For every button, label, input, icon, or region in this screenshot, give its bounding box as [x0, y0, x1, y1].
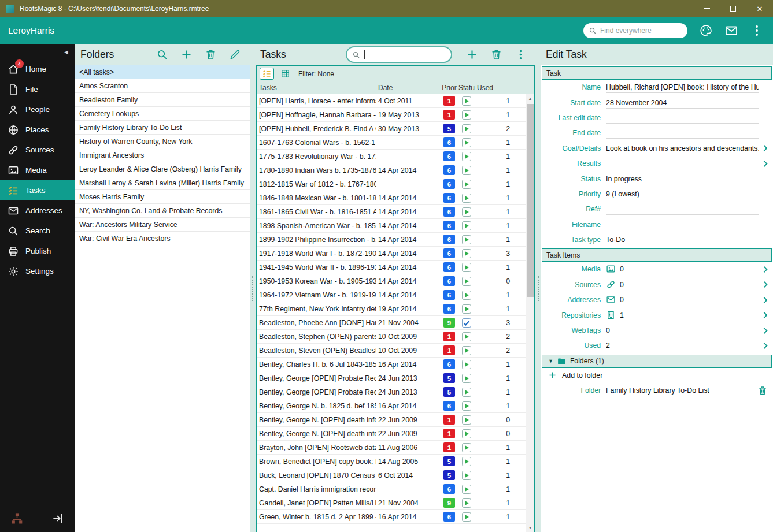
- status-play-icon[interactable]: [458, 485, 475, 494]
- column-header-tasks[interactable]: Tasks: [257, 84, 376, 92]
- list-item[interactable]: Cemetery Lookups: [75, 107, 250, 121]
- task-item-row[interactable]: Used2: [542, 338, 772, 353]
- remove-folder-icon[interactable]: [757, 385, 768, 396]
- table-row[interactable]: Bentley, Charles H. b. 6 Jul 1843-185416…: [257, 358, 526, 371]
- sidebar-item-addresses[interactable]: Addresses: [0, 200, 75, 221]
- table-row[interactable]: [OPEN] Harris, Horace - enter informat4 …: [257, 94, 526, 108]
- list-item[interactable]: Beadleston Family: [75, 93, 250, 107]
- collapse-triangle-icon[interactable]: ▼: [548, 358, 553, 364]
- maximize-button[interactable]: [720, 0, 746, 17]
- table-row[interactable]: Capt. Daniel Harris immigration record61: [257, 482, 526, 496]
- field-value[interactable]: 9 (Lowest): [606, 188, 759, 200]
- table-row[interactable]: Beadleston, Stephen (OPEN) parents10 Oct…: [257, 330, 526, 344]
- status-play-icon[interactable]: [458, 471, 475, 480]
- table-row[interactable]: 1812-1815 War of 1812 - b. 1767-18061: [257, 177, 526, 191]
- task-item-row[interactable]: Media0: [542, 262, 772, 277]
- field-value[interactable]: [606, 219, 759, 230]
- status-play-icon[interactable]: [458, 374, 475, 383]
- global-search[interactable]: [583, 23, 687, 38]
- sidebar-item-media[interactable]: Media: [0, 160, 75, 180]
- status-play-icon[interactable]: [458, 207, 475, 217]
- filter-label[interactable]: Filter: None: [298, 70, 334, 78]
- list-view-toggle[interactable]: [260, 68, 274, 80]
- list-item[interactable]: War: Ancestors Military Service: [75, 218, 250, 232]
- status-play-icon[interactable]: [458, 124, 475, 133]
- table-row[interactable]: Brayton, John [OPEN] Rootsweb datab11 Au…: [257, 441, 526, 455]
- status-play-icon[interactable]: [458, 96, 475, 106]
- table-row[interactable]: 1775-1783 Revolutionary War - b. 172961: [257, 150, 526, 163]
- chevron-right-icon[interactable]: [760, 265, 770, 274]
- field-value[interactable]: [606, 158, 759, 169]
- status-play-icon[interactable]: [458, 263, 475, 272]
- scroll-up-arrow[interactable]: ▲: [526, 94, 534, 103]
- status-play-icon[interactable]: [458, 457, 475, 466]
- field-value[interactable]: [606, 203, 759, 215]
- table-row[interactable]: 77th Regiment, New York Infantry deta19 …: [257, 302, 526, 316]
- list-item[interactable]: <All tasks>: [75, 65, 250, 79]
- chevron-right-icon[interactable]: [760, 326, 770, 336]
- delete-task-icon[interactable]: [490, 49, 502, 61]
- chevron-right-icon[interactable]: [760, 143, 770, 153]
- table-row[interactable]: 1917-1918 World War I - b. 1872-19014 Ap…: [257, 247, 526, 261]
- status-play-icon[interactable]: [458, 332, 475, 341]
- field-value[interactable]: 28 November 2004: [606, 97, 759, 109]
- table-row[interactable]: Buck, Leonard [OPEN] 1870 Census6 Oct 20…: [257, 468, 526, 482]
- sidebar-item-settings[interactable]: Settings: [0, 261, 75, 281]
- field-value[interactable]: To-Do: [606, 234, 759, 245]
- tasks-menu-icon[interactable]: [515, 49, 527, 61]
- table-row[interactable]: Bentley, George N. [OPEN] death infor22 …: [257, 413, 526, 427]
- table-row[interactable]: 1964-1972 Vietnam War - b. 1919-19514 Ap…: [257, 288, 526, 302]
- scroll-down-arrow[interactable]: ▼: [526, 523, 534, 532]
- table-row[interactable]: Beadleston, Steven (OPEN) Beadlestor10 O…: [257, 344, 526, 358]
- list-item[interactable]: Amos Scranton: [75, 79, 250, 93]
- field-value[interactable]: Hubbell, Richard [OPEN] book: History of…: [606, 81, 759, 93]
- status-play-icon[interactable]: [458, 166, 475, 175]
- chevron-right-icon[interactable]: [760, 310, 770, 320]
- table-row[interactable]: 1941-1945 World War II - b. 1896-19314 A…: [257, 261, 526, 274]
- sidebar-item-places[interactable]: Places: [0, 120, 75, 140]
- list-item[interactable]: History of Warren County, New York: [75, 135, 250, 148]
- column-header-priority[interactable]: Prior: [441, 84, 458, 92]
- table-row[interactable]: 1898 Spanish-American War - b. 1853-14 A…: [257, 219, 526, 233]
- delete-folder-icon[interactable]: [205, 49, 217, 61]
- status-play-icon[interactable]: [458, 512, 475, 522]
- splitter-handle[interactable]: [250, 44, 255, 532]
- column-header-status[interactable]: Statu: [458, 84, 475, 92]
- status-play-icon[interactable]: [458, 277, 475, 286]
- status-play-icon[interactable]: [458, 388, 475, 397]
- grid-view-toggle[interactable]: [278, 68, 293, 80]
- messages-icon[interactable]: [724, 24, 738, 38]
- sidebar-item-sources[interactable]: Sources: [0, 140, 75, 160]
- table-row[interactable]: 1607-1763 Colonial Wars - b. 1562-17461: [257, 136, 526, 150]
- table-row[interactable]: 1780-1890 Indian Wars b. 1735-187614 Apr…: [257, 163, 526, 177]
- edit-folder-icon[interactable]: [229, 49, 241, 61]
- list-item[interactable]: Moses Harris Family: [75, 190, 250, 204]
- table-row[interactable]: Brown, Benedict [OPEN] copy book: Br14 A…: [257, 455, 526, 468]
- list-item[interactable]: Family History Library To-Do List: [75, 121, 250, 135]
- table-row[interactable]: Bentley, George N. [OPEN] death infor22 …: [257, 427, 526, 441]
- sidebar-item-search[interactable]: Search: [0, 221, 75, 241]
- status-play-icon[interactable]: [458, 429, 475, 438]
- field-value[interactable]: In progress: [606, 173, 759, 185]
- section-folders[interactable]: ▼ Folders (1): [542, 355, 772, 368]
- list-item[interactable]: Leroy Leander & Alice Clare (Osberg) Har…: [75, 162, 250, 176]
- field-value[interactable]: [606, 127, 759, 139]
- list-item[interactable]: Immigrant Ancestors: [75, 148, 250, 162]
- sidebar-item-publish[interactable]: Publish: [0, 241, 75, 261]
- list-item[interactable]: War: Civil War Era Ancestors: [75, 232, 250, 245]
- status-play-icon[interactable]: [458, 443, 475, 452]
- table-row[interactable]: 1846-1848 Mexican War - b. 1801-18314 Ap…: [257, 191, 526, 205]
- status-play-icon[interactable]: [458, 110, 475, 120]
- theme-palette-icon[interactable]: [699, 24, 713, 38]
- status-play-icon[interactable]: [458, 498, 475, 508]
- field-value[interactable]: [606, 112, 759, 124]
- status-play-icon[interactable]: [458, 194, 475, 203]
- add-to-folder-button[interactable]: Add to folder: [542, 368, 772, 383]
- sidebar-collapse-arrow[interactable]: ◄: [0, 44, 75, 59]
- status-play-icon[interactable]: [458, 221, 475, 230]
- overflow-menu-icon[interactable]: [750, 24, 764, 38]
- scrollbar-track[interactable]: [526, 103, 534, 523]
- scrollbar-thumb[interactable]: [527, 104, 534, 297]
- status-play-icon[interactable]: [458, 401, 475, 411]
- status-play-icon[interactable]: [458, 291, 475, 300]
